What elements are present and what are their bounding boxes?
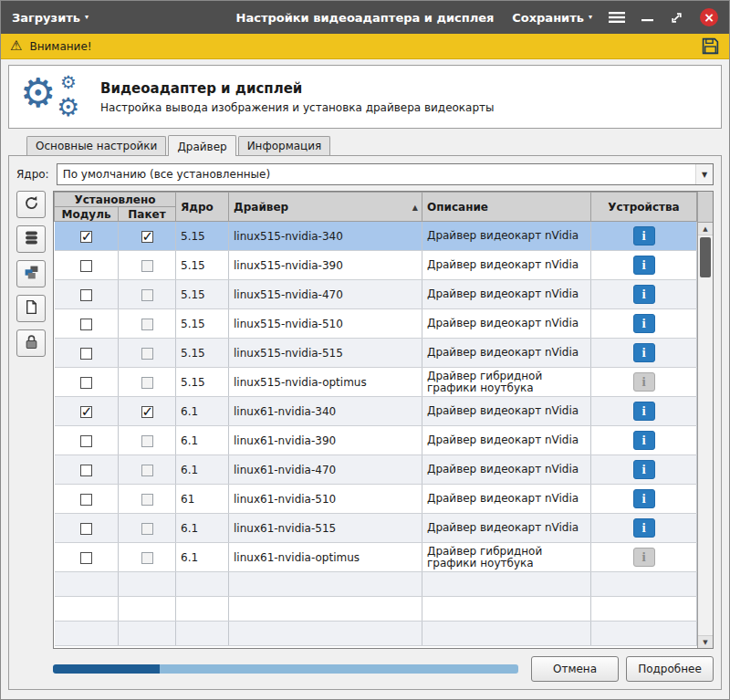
description-cell: Драйвер видеокарт nVidia <box>422 280 591 309</box>
page-subtitle: Настройка вывода изображения и установка… <box>100 101 495 114</box>
info-button[interactable]: i <box>633 226 655 246</box>
packages-button[interactable] <box>16 260 46 287</box>
gear-medium-glyph: ⚙ <box>57 95 79 120</box>
scroll-down-button[interactable]: ▼ <box>698 635 713 648</box>
empty-row <box>55 622 697 646</box>
col-header-driver[interactable]: Драйвер ▲ <box>229 193 422 222</box>
table-row[interactable]: 5.15 linux515-nvidia-390 Драйвер видеока… <box>55 251 697 280</box>
side-toolbar <box>16 191 46 649</box>
close-icon[interactable]: × <box>700 8 718 26</box>
col-header-module[interactable]: Модуль <box>55 207 119 222</box>
col-header-devices[interactable]: Устройства <box>591 193 697 222</box>
footer-bar: Отмена Подробнее <box>16 656 714 682</box>
app-window: Настройки видеоадаптера и дисплея Загруз… <box>0 0 730 700</box>
package-checkbox[interactable] <box>141 552 153 564</box>
package-checkbox[interactable]: ✓ <box>141 231 153 243</box>
driver-cell: linux515-nvidia-515 <box>229 339 422 368</box>
package-checkbox[interactable] <box>141 494 153 506</box>
cancel-button[interactable]: Отмена <box>531 656 619 682</box>
table-row[interactable]: 5.15 linux515-nvidia-515 Драйвер видеока… <box>55 339 697 368</box>
driver-cell: linux515-nvidia-optimus <box>229 368 422 397</box>
table-row[interactable]: 6.1 linux61-nvidia-optimus Драйвер гибри… <box>55 543 697 572</box>
package-checkbox[interactable] <box>141 435 153 447</box>
load-menu-button[interactable]: Загрузить ▾ <box>12 11 89 25</box>
info-button[interactable]: i <box>633 256 655 275</box>
refresh-icon <box>24 195 39 214</box>
maximize-icon[interactable] <box>670 11 683 25</box>
table-scrollbar[interactable]: ▲ ▼ <box>697 192 713 648</box>
progress-fill <box>53 664 160 674</box>
tab-general-settings[interactable]: Основные настройки <box>26 136 166 155</box>
info-button[interactable]: i <box>633 460 655 479</box>
table-row[interactable]: 6.1 linux61-nvidia-515 Драйвер видеокарт… <box>55 514 697 543</box>
module-checkbox[interactable]: ✓ <box>80 231 92 243</box>
module-checkbox[interactable] <box>80 494 92 506</box>
progress-bar <box>53 664 518 674</box>
scroll-up-button[interactable]: ▲ <box>698 223 713 235</box>
kernel-cell: 5.15 <box>176 280 229 309</box>
driver-cell: linux515-nvidia-390 <box>229 251 422 280</box>
sort-ascending-icon: ▲ <box>412 203 418 211</box>
module-checkbox[interactable] <box>80 319 92 330</box>
module-checkbox[interactable] <box>80 289 92 301</box>
warning-icon: ⚠ <box>10 39 22 53</box>
info-button[interactable]: i <box>633 402 655 421</box>
module-checkbox[interactable] <box>80 377 92 389</box>
info-icon: i <box>641 404 645 418</box>
description-cell: Драйвер видеокарт nVidia <box>422 426 591 455</box>
titlebar: Настройки видеоадаптера и дисплея Загруз… <box>1 1 729 34</box>
tab-bar: Основные настройки Драйвер Информация <box>26 134 729 155</box>
module-checkbox[interactable] <box>80 435 92 447</box>
details-button[interactable]: Подробнее <box>626 656 714 682</box>
table-row[interactable]: ✓ ✓ 5.15 linux515-nvidia-340 Драйвер вид… <box>55 222 697 251</box>
scrollbar-thumb[interactable] <box>700 237 711 277</box>
col-header-package[interactable]: Пакет <box>119 207 176 222</box>
lock-button[interactable] <box>16 329 46 357</box>
document-button[interactable] <box>16 295 46 322</box>
package-checkbox[interactable] <box>141 523 153 535</box>
refresh-button[interactable] <box>16 191 46 218</box>
info-button[interactable]: i <box>633 372 655 392</box>
table-row[interactable]: 6.1 linux61-nvidia-470 Драйвер видеокарт… <box>55 455 697 485</box>
table-row[interactable]: 5.15 linux515-nvidia-510 Драйвер видеока… <box>55 309 697 339</box>
info-button[interactable]: i <box>633 548 655 567</box>
minimize-icon[interactable] <box>641 12 653 23</box>
table-row[interactable]: 5.15 linux515-nvidia-optimus Драйвер гиб… <box>55 368 697 397</box>
module-checkbox[interactable] <box>80 260 92 272</box>
package-checkbox[interactable] <box>141 289 153 301</box>
col-header-description[interactable]: Описание <box>422 193 591 222</box>
hamburger-menu-icon[interactable] <box>609 11 625 24</box>
table-row[interactable]: 5.15 linux515-nvidia-470 Драйвер видеока… <box>55 280 697 309</box>
table-row[interactable]: 61 linux61-nvidia-510 Драйвер видеокарт … <box>55 485 697 514</box>
kernel-select[interactable]: По умолчанию (все установленные) ▼ <box>57 163 714 185</box>
module-checkbox[interactable] <box>80 552 92 564</box>
package-checkbox[interactable] <box>141 260 153 272</box>
save-menu-button[interactable]: Сохранить ▾ <box>512 11 592 25</box>
save-disk-icon[interactable] <box>701 37 720 56</box>
info-button[interactable]: i <box>633 314 655 333</box>
package-checkbox[interactable] <box>141 465 153 476</box>
info-button[interactable]: i <box>633 518 655 538</box>
package-checkbox[interactable]: ✓ <box>141 406 153 418</box>
package-checkbox[interactable] <box>141 348 153 360</box>
info-button[interactable]: i <box>633 285 655 304</box>
driver-cell: linux61-nvidia-optimus <box>229 543 422 572</box>
col-header-kernel[interactable]: Ядро <box>176 193 229 222</box>
database-button[interactable] <box>16 225 46 253</box>
table-row[interactable]: ✓ ✓ 6.1 linux61-nvidia-340 Драйвер видео… <box>55 397 697 426</box>
package-checkbox[interactable] <box>141 319 153 330</box>
tab-information[interactable]: Информация <box>238 136 331 155</box>
module-checkbox[interactable] <box>80 523 92 535</box>
info-button[interactable]: i <box>633 489 655 508</box>
info-button[interactable]: i <box>633 431 655 450</box>
package-checkbox[interactable] <box>141 377 153 389</box>
module-checkbox[interactable] <box>80 348 92 360</box>
table-row[interactable]: 6.1 linux61-nvidia-390 Драйвер видеокарт… <box>55 426 697 455</box>
module-checkbox[interactable]: ✓ <box>80 406 92 418</box>
driver-cell: linux515-nvidia-510 <box>229 309 422 339</box>
col-header-installed[interactable]: Установлено <box>55 193 176 207</box>
tab-driver[interactable]: Драйвер <box>168 135 235 156</box>
module-checkbox[interactable] <box>80 465 92 476</box>
info-button[interactable]: i <box>633 343 655 362</box>
empty-row <box>55 597 697 622</box>
